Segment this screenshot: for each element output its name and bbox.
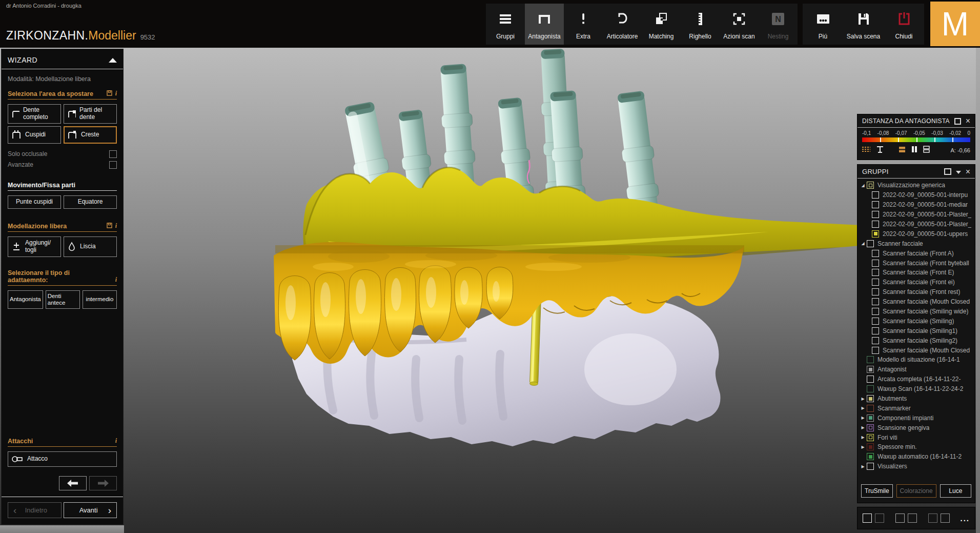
view-preset-2[interactable]: [875, 514, 884, 523]
toolbar-azioni-scan-button[interactable]: Azioni scan: [720, 4, 759, 45]
toolbar-articolatore-button[interactable]: Articolatore: [603, 4, 642, 45]
toolbar-piu-button[interactable]: Piú: [803, 4, 843, 45]
avanzate-checkbox[interactable]: [109, 161, 117, 169]
tree-item[interactable]: ▶Visualizers: [860, 462, 974, 471]
save-preset-icon[interactable]: [107, 223, 112, 230]
tree-item[interactable]: Antagonist: [860, 365, 974, 374]
item-checkbox[interactable]: [867, 240, 874, 247]
tree-item[interactable]: ◢Visualizzazione generica: [860, 181, 974, 190]
tree-item[interactable]: 2022-02-09_00005-001-Plaster_: [860, 210, 974, 220]
redo-button[interactable]: [89, 476, 117, 490]
view-preset-3[interactable]: [895, 514, 905, 523]
toolbar-matching-button[interactable]: Matching: [642, 4, 681, 45]
tree-item[interactable]: Scanner facciale (Mouth Closed: [860, 297, 974, 307]
item-checkbox[interactable]: [872, 191, 879, 199]
item-checkbox[interactable]: [867, 463, 874, 470]
tree-item[interactable]: 2022-02-09_00005-001-mediar: [860, 200, 974, 210]
item-checkbox[interactable]: [872, 269, 879, 276]
item-checkbox[interactable]: [872, 260, 879, 267]
tree-item[interactable]: 2022-02-09_00005-001-Plaster_: [860, 220, 974, 229]
item-checkbox[interactable]: [867, 414, 874, 422]
tree-item[interactable]: ◢Scanner facciale: [860, 239, 974, 248]
adapt-antagonista-button[interactable]: Antagonista: [8, 290, 43, 309]
tree-item[interactable]: Scanner facciale (Mouth Closed: [860, 345, 974, 355]
adapt-denti-antece-button[interactable]: Denti antece: [46, 290, 80, 309]
save-preset-icon[interactable]: [107, 90, 112, 97]
tree-item[interactable]: ▶Spessore min.: [860, 442, 974, 452]
aggiungi-togli-button[interactable]: Aggiungi/ togli: [8, 236, 61, 257]
tree-item[interactable]: 2022-02-09_00005-001-uppers: [860, 229, 974, 239]
item-checkbox[interactable]: [867, 443, 874, 450]
tree-item[interactable]: Scanner facciale (Front byteball: [860, 258, 974, 268]
chevron-down-icon[interactable]: [956, 171, 961, 174]
maximize-icon[interactable]: [954, 118, 961, 125]
expander-closed-icon[interactable]: ▶: [860, 464, 866, 469]
toolbar-gruppi-button[interactable]: Gruppi: [486, 4, 525, 45]
tree-item[interactable]: ▶Scanmarker: [860, 403, 974, 413]
item-checkbox[interactable]: [872, 337, 879, 344]
undo-button[interactable]: [59, 476, 87, 490]
parti-del-dente-button[interactable]: Parti del dente: [64, 104, 117, 124]
expander-open-icon[interactable]: ◢: [860, 183, 866, 188]
expander-closed-icon[interactable]: ▶: [860, 406, 866, 410]
item-checkbox[interactable]: [872, 211, 879, 218]
item-checkbox[interactable]: [867, 424, 874, 431]
item-checkbox[interactable]: [867, 356, 874, 363]
tree-item[interactable]: ▶Fori viti: [860, 432, 974, 442]
expander-closed-icon[interactable]: ▶: [860, 445, 866, 449]
tree-item[interactable]: Scanner facciale (Smiling): [860, 316, 974, 326]
indietro-button[interactable]: ‹ Indietro: [8, 502, 62, 518]
tree-item[interactable]: Scanner facciale (Front ei): [860, 278, 974, 287]
more-presets-button[interactable]: ...: [960, 514, 970, 523]
toolbar-antagonista-button[interactable]: Antagonista: [525, 4, 564, 45]
toolbar-salva-scena-button[interactable]: Salva scena: [843, 4, 884, 45]
info-icon[interactable]: i: [115, 437, 117, 445]
creste-button[interactable]: Creste: [64, 126, 117, 144]
tree-item[interactable]: Modello di situazione (16-14-1: [860, 355, 974, 365]
tree-item[interactable]: Scanner facciale (Front A): [860, 248, 974, 258]
avanti-button[interactable]: Avanti ›: [64, 502, 117, 518]
pause-icon[interactable]: [911, 146, 917, 155]
colorazione-button[interactable]: Colorazione: [896, 484, 936, 498]
item-checkbox[interactable]: [872, 288, 879, 295]
bars-filled-icon[interactable]: [899, 146, 906, 155]
item-checkbox[interactable]: [872, 318, 879, 325]
tree-item[interactable]: Scanner facciale (Smiling2): [860, 335, 974, 345]
expander-closed-icon[interactable]: ▶: [860, 435, 866, 440]
item-checkbox[interactable]: [867, 434, 874, 441]
attacco-button[interactable]: Attacco: [8, 451, 117, 467]
view-preset-5[interactable]: [928, 514, 937, 523]
equatore-button[interactable]: Equatore: [64, 195, 117, 209]
dashed-lines-icon[interactable]: [862, 146, 870, 155]
toolbar-chiudi-button[interactable]: Chiudi: [884, 4, 924, 45]
luce-button[interactable]: Luce: [940, 484, 971, 498]
close-icon[interactable]: ×: [966, 169, 970, 175]
expander-closed-icon[interactable]: ▶: [860, 425, 866, 430]
item-checkbox[interactable]: [867, 405, 874, 412]
tree-item[interactable]: Arcata completa (16-14-11-22-: [860, 374, 974, 384]
view-preset-4[interactable]: [908, 514, 917, 523]
expander-open-icon[interactable]: ◢: [860, 241, 866, 246]
item-checkbox[interactable]: [867, 453, 874, 460]
item-checkbox[interactable]: [872, 308, 879, 315]
tree-item[interactable]: Scanner facciale (Front rest): [860, 287, 974, 297]
item-checkbox[interactable]: [872, 230, 879, 238]
toolbar-extra-button[interactable]: Extra: [564, 4, 603, 45]
item-checkbox[interactable]: [872, 279, 879, 286]
stacked-rects-icon[interactable]: [923, 146, 930, 155]
toolbar-nesting-button[interactable]: N Nesting: [759, 4, 798, 45]
measure-beam-icon[interactable]: [876, 146, 884, 155]
close-icon[interactable]: ×: [966, 118, 970, 124]
info-icon[interactable]: i: [115, 276, 117, 284]
item-checkbox[interactable]: [872, 221, 879, 228]
tree-item[interactable]: Waxup Scan (16-14-11-22-24-2: [860, 384, 974, 394]
maximize-icon[interactable]: [944, 168, 951, 175]
expander-closed-icon[interactable]: ▶: [860, 397, 866, 401]
liscia-button[interactable]: Liscia: [64, 236, 117, 257]
tree-item[interactable]: 2022-02-09_00005-001-interpu: [860, 190, 974, 200]
expander-closed-icon[interactable]: ▶: [860, 416, 866, 420]
view-preset-1[interactable]: [863, 514, 872, 523]
item-checkbox[interactable]: [872, 250, 879, 257]
item-checkbox[interactable]: [872, 347, 879, 354]
item-checkbox[interactable]: [867, 376, 874, 383]
